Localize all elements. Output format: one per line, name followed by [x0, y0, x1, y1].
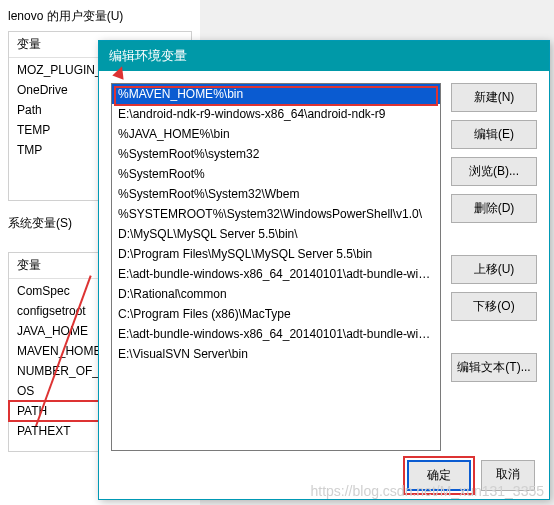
dialog-side-buttons: 新建(N) 编辑(E) 浏览(B)... 删除(D) 上移(U) 下移(O) 编…: [451, 83, 537, 451]
path-entries-list[interactable]: %MAVEN_HOME%\binE:\android-ndk-r9-window…: [111, 83, 441, 451]
path-entry[interactable]: %MAVEN_HOME%\bin: [112, 84, 440, 104]
user-vars-label: lenovo 的用户变量(U): [8, 8, 192, 25]
edit-env-var-dialog: 编辑环境变量 %MAVEN_HOME%\binE:\android-ndk-r9…: [98, 40, 550, 500]
path-entry[interactable]: %SystemRoot%\System32\Wbem: [112, 184, 440, 204]
path-entry[interactable]: %JAVA_HOME%\bin: [112, 124, 440, 144]
edit-button[interactable]: 编辑(E): [451, 120, 537, 149]
path-entry[interactable]: E:\adt-bundle-windows-x86_64_20140101\ad…: [112, 264, 440, 284]
path-entry[interactable]: E:\VisualSVN Server\bin: [112, 344, 440, 364]
ok-button[interactable]: 确定: [407, 460, 471, 491]
edit-text-button[interactable]: 编辑文本(T)...: [451, 353, 537, 382]
path-entry[interactable]: E:\adt-bundle-windows-x86_64_20140101\ad…: [112, 324, 440, 344]
move-down-button[interactable]: 下移(O): [451, 292, 537, 321]
path-entry[interactable]: D:\Program Files\MySQL\MySQL Server 5.5\…: [112, 244, 440, 264]
path-entry[interactable]: D:\MySQL\MySQL Server 5.5\bin\: [112, 224, 440, 244]
path-entry[interactable]: %SystemRoot%: [112, 164, 440, 184]
dialog-title: 编辑环境变量: [99, 41, 549, 71]
delete-button[interactable]: 删除(D): [451, 194, 537, 223]
browse-button[interactable]: 浏览(B)...: [451, 157, 537, 186]
path-entry[interactable]: E:\android-ndk-r9-windows-x86_64\android…: [112, 104, 440, 124]
path-entry[interactable]: %SystemRoot%\system32: [112, 144, 440, 164]
cancel-button[interactable]: 取消: [481, 460, 535, 491]
move-up-button[interactable]: 上移(U): [451, 255, 537, 284]
new-button[interactable]: 新建(N): [451, 83, 537, 112]
path-entry[interactable]: C:\Program Files (x86)\MacType: [112, 304, 440, 324]
path-entry[interactable]: D:\Rational\common: [112, 284, 440, 304]
path-entry[interactable]: %SYSTEMROOT%\System32\WindowsPowerShell\…: [112, 204, 440, 224]
